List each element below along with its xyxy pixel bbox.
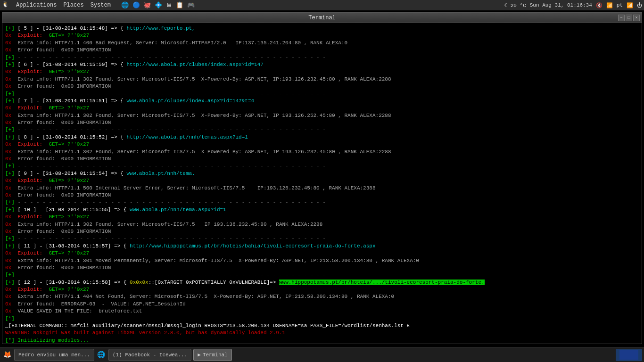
taskbar-item-terminal[interactable]: ▶ Terminal — [193, 349, 231, 361]
term-line-28: 0x Extra info: HTTP/1.1 302 Found, Serve… — [5, 221, 639, 228]
term-line-12: 0x Exploit: GET=> ?''0x27 — [5, 105, 639, 112]
term-line-7: 0x Exploit: GET=> ?''0x27 — [5, 68, 639, 75]
term-line-22: 0x Exploit: GET=> ?''0x27 — [5, 177, 639, 184]
term-line-21: [+] [ 9 ] - [31-08-2014 01:15:54] => { w… — [5, 170, 639, 177]
term-line-18: 0x Extra info: HTTP/1.1 302 Found, Serve… — [5, 148, 639, 156]
terminal-titlebar: Terminal − □ × — [2, 13, 642, 23]
network-icons: 🌐 🔵 🐙 💠 🖥 📋 🎮 — [118, 0, 198, 10]
datetime: Sun Aug 31, 01:16:34 — [530, 2, 592, 8]
window-controls: − □ × — [618, 15, 640, 21]
term-line-36: [+] [ 12 ] - [31-08-2014 01:15:58] => { … — [5, 279, 639, 286]
taskbar-tray — [616, 349, 642, 361]
menu-applications[interactable]: Applications — [13, 1, 59, 9]
menu-places[interactable]: Places — [60, 1, 86, 9]
sound-icon[interactable]: 🔇 — [596, 2, 603, 8]
taskbar-terminal-icon: ▶ — [198, 352, 201, 358]
tray-display — [619, 350, 638, 360]
taskbar-item-facebook[interactable]: (1) Facebook - Icewea... — [108, 349, 191, 361]
term-line-3: 0x Extra info: HTTP/1.1 400 Bad Request,… — [5, 40, 639, 47]
term-line-20: [+] - - - - - - - - - - - - - - - - - - … — [5, 163, 639, 170]
term-line-1: [+] [ 5 ] - [31-08-2014 01:15:48] => { h… — [5, 25, 639, 32]
term-line-17: 0x Exploit: GET=> ?''0x27 — [5, 141, 639, 148]
taskbar-facebook-icon[interactable]: 🌐 — [96, 350, 107, 360]
term-line-15: [+] - - - - - - - - - - - - - - - - - - … — [5, 126, 639, 133]
maximize-button[interactable]: □ — [626, 15, 632, 21]
term-line-8: 0x Extra info: HTTP/1.1 302 Found, Serve… — [5, 76, 639, 83]
term-line-32: 0x Exploit: GET=> ?''0x27 — [5, 250, 639, 257]
term-line-43: WARNING: Nokogiri was built against LibX… — [5, 329, 639, 337]
terminal-title: Terminal — [308, 15, 336, 21]
close-button[interactable]: × — [633, 15, 640, 21]
menu-left: 🐧 Applications Places System 🌐 🔵 🐙 💠 🖥 📋… — [2, 0, 198, 10]
term-line-6: [+] [ 6 ] - [31-08-2014 01:15:50] => { h… — [5, 61, 639, 68]
menu-system[interactable]: System — [88, 1, 114, 9]
lang-indicator: pt — [617, 2, 623, 8]
term-line-26: [+] [ 10 ] - [31-08-2014 01:15:55] => { … — [5, 206, 639, 214]
term-line-38: 0x Extra info: HTTP/1.1 404 Not Found, S… — [5, 293, 639, 300]
term-line-10: [+] - - - - - - - - - - - - - - - - - - … — [5, 90, 639, 98]
terminal-window: Terminal − □ × [+] [ 5 ] - [31-08-2014 0… — [2, 12, 642, 344]
term-line-2: 0x Exploit: GET=> ?''0x27 — [5, 32, 639, 39]
term-line-25: [+] - - - - - - - - - - - - - - - - - - … — [5, 199, 639, 206]
term-line-5: [+] - - - - - - - - - - - - - - - - - - … — [5, 54, 639, 61]
bluetooth-icon[interactable]: 📶 — [606, 2, 613, 8]
taskbar-item-terminal-label: Terminal — [203, 352, 228, 358]
taskbar-firefox-icon[interactable]: 🦊 — [2, 350, 12, 360]
term-line-4: 0x Error found: 0x00 INFORMATION — [5, 47, 639, 54]
os-logo: 🐧 — [2, 1, 10, 9]
topbar-right: ☾ 20 °C Sun Aug 31, 01:16:34 🔇 📶 pt 📶 ⏻ — [504, 2, 642, 8]
term-line-39: 0x Error found: ERRORASP-03 - VALUE: ASP… — [5, 301, 639, 308]
taskbar-item-pedro-label: Pedro enviou uma men... — [18, 352, 90, 358]
term-line-44: [*] Initializing modules... — [5, 337, 639, 344]
term-line-42: _[EXTERNAL COMMAND:: msfcli auxiliary/sc… — [5, 322, 639, 329]
term-line-19: 0x Error found: 0x00 INFORMATION — [5, 156, 639, 163]
wifi-icon[interactable]: 📶 — [627, 2, 633, 8]
term-line-34: 0x Error found: 0x00 INFORMATION — [5, 264, 639, 272]
term-line-23: 0x Extra info: HTTP/1.1 500 Internal Ser… — [5, 185, 639, 192]
taskbar-item-facebook-label: (1) Facebook - Icewea... — [113, 352, 187, 358]
term-line-41: [*] — [5, 315, 639, 322]
term-line-9: 0x Error found: 0x00 INFORMATION — [5, 83, 639, 90]
weather: ☾ 20 °C — [504, 2, 526, 8]
power-icon[interactable]: ⏻ — [637, 2, 642, 8]
term-line-24: 0x Error found: 0x00 INFORMATION — [5, 192, 639, 199]
term-line-16: [+] [ 8 ] - [31-08-2014 01:15:52] => { h… — [5, 134, 639, 141]
term-line-14: 0x Error found: 0x00 INFORMATION — [5, 119, 639, 126]
minimize-button[interactable]: − — [618, 15, 625, 21]
term-line-11: [+] [ 7 ] - [31-08-2014 01:15:51] => { w… — [5, 98, 639, 105]
term-line-13: 0x Extra info: HTTP/1.1 302 Found, Serve… — [5, 112, 639, 119]
term-line-31: [+] [ 11 ] - [31-08-2014 01:15:57] => { … — [5, 243, 639, 250]
term-line-35: [+] - - - - - - - - - - - - - - - - - - … — [5, 272, 639, 279]
term-line-37: 0x Exploit: GET=> ?''0x27 — [5, 286, 639, 293]
term-line-40: 0x VALUE SAVED IN THE FILE: bruteforce.t… — [5, 308, 639, 315]
term-line-27: 0x Exploit: GET=> ?''0x27 — [5, 214, 639, 221]
term-line-33: 0x Extra info: HTTP/1.1 301 Moved Perman… — [5, 257, 639, 264]
term-line-30: [+] - - - - - - - - - - - - - - - - - - … — [5, 235, 639, 242]
taskbar: 🦊 Pedro enviou uma men... 🌐 (1) Facebook… — [0, 347, 644, 362]
term-line-29: 0x Error found: 0x00 INFORMATION — [5, 228, 639, 235]
top-menubar: 🐧 Applications Places System 🌐 🔵 🐙 💠 🖥 📋… — [0, 0, 644, 10]
taskbar-item-pedro[interactable]: Pedro enviou uma men... — [14, 349, 94, 361]
terminal-content[interactable]: [+] [ 5 ] - [31-08-2014 01:15:48] => { h… — [2, 23, 642, 344]
